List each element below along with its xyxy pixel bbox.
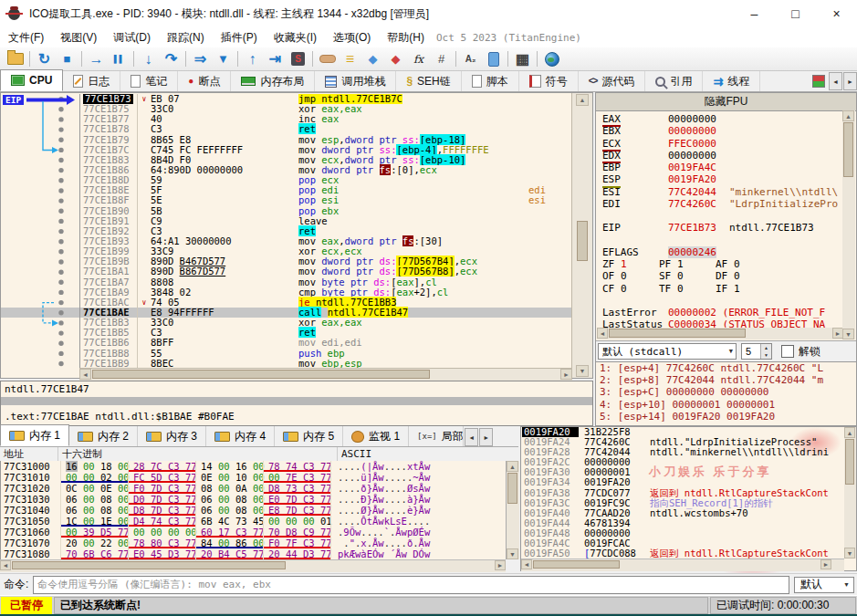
execute-till-return-button[interactable]: ▼ — [212, 49, 235, 69]
stack-row[interactable]: 0019FA50[77CDC088返回到 ntdll.RtlCaptureSta… — [522, 548, 843, 559]
dump-row[interactable]: 77C3108070 6B C6 77E0 45 D3 7720 B4 C5 7… — [1, 548, 506, 559]
stack-vscrollbar[interactable]: ▲ ▼ — [844, 427, 856, 559]
dump-tab-dump[interactable]: 内存 3 — [138, 426, 206, 446]
comment-button[interactable]: ≡ — [339, 49, 361, 69]
dump-row[interactable]: 77C3101000 00 02 00FC 5D C3 770E 00 10 0… — [1, 472, 506, 483]
tab-source[interactable]: <>源代码 — [579, 71, 646, 91]
tab-references[interactable]: 引用 — [645, 71, 703, 91]
tab-breakpoint[interactable]: ●断点 — [178, 71, 231, 91]
stack-row[interactable]: 0019FA340019FA20 — [522, 477, 843, 487]
pause-button[interactable]: ▌▌ — [108, 49, 131, 69]
stack-row[interactable]: 0019FA4800000000 — [522, 528, 843, 538]
stack-row[interactable]: 0019FA4077CAAD20ntdll.wcstombs+70 — [522, 508, 843, 518]
run-to-user-code-button[interactable]: ⇒ — [189, 49, 212, 69]
register-row[interactable]: LastError00000002 (ERROR_FILE_NOT_F — [602, 307, 843, 318]
menu-item-1[interactable]: 视图(V) — [52, 27, 105, 48]
tab-scroll-right-button[interactable]: ► — [843, 72, 857, 90]
register-row[interactable]: EIP77CE1B73ntdll.77CE1B73 — [602, 222, 843, 234]
register-row[interactable]: LastStatusC0000034 (STATUS_OBJECT_NA — [602, 318, 843, 328]
disasm-vscrollbar[interactable]: ▲ ▼ — [571, 93, 592, 378]
restart-button[interactable]: ↻ — [33, 49, 56, 69]
tab-call-stack[interactable]: 调用堆栈 — [315, 71, 396, 91]
stack-row[interactable]: 0019FA3000000001 — [522, 467, 843, 477]
register-row[interactable]: ZF 1PF 1AF 0 — [602, 258, 843, 270]
step-out-button[interactable]: ↑ — [241, 49, 264, 69]
skip-next-instruction-button[interactable]: S — [287, 49, 309, 69]
dump-tab-dump[interactable]: 内存 2 — [69, 426, 138, 446]
dump-tab-dump[interactable]: 内存 5 — [275, 426, 343, 446]
dump-tab-dump[interactable]: 内存 4 — [206, 426, 275, 446]
menu-item-5[interactable]: 收藏夹(I) — [266, 27, 325, 48]
spin-down-icon[interactable]: ▼ — [761, 351, 771, 359]
register-row[interactable]: OF 0SF 0DF 0 — [602, 270, 843, 282]
tab-script[interactable]: 脚本 — [462, 71, 519, 91]
arg-count-stepper[interactable]: 5 ▲▼ — [741, 343, 772, 360]
dump-tab-scroll-right-button[interactable]: ► — [479, 428, 493, 446]
dump-hscrollbar[interactable]: ◄ ► — [0, 559, 506, 572]
bookmark-button[interactable]: ◆ — [384, 49, 407, 69]
dump-tab-locals[interactable]: [x=]局部 — [409, 426, 464, 446]
tab-cpu[interactable]: CPU — [0, 69, 63, 91]
disasm-hscrollbar[interactable]: ◄ ► — [79, 368, 572, 381]
menu-item-4[interactable]: 插件(P) — [213, 27, 266, 48]
register-row[interactable]: ECXFFEC0000 — [602, 138, 843, 150]
run-button[interactable]: → — [85, 49, 108, 69]
stack-row[interactable]: 0019FA2C00000000 — [522, 457, 843, 467]
run-until-selection-button[interactable]: ⇥ — [264, 49, 287, 69]
register-row[interactable]: ESI77C42044"minkernel\\ntdll\ — [602, 186, 843, 198]
handles-button[interactable] — [482, 49, 505, 69]
stack-row[interactable]: 0019FA4446781394 — [522, 518, 843, 528]
command-profile-select[interactable]: 默认 ▼ — [794, 577, 854, 593]
close-button[interactable]: × — [816, 0, 857, 27]
minimize-button[interactable]: – — [734, 0, 775, 27]
step-over-button[interactable]: ↷ — [160, 49, 183, 69]
dump-row[interactable]: 77C3107020 00 22 0078 80 C3 7784 00 86 0… — [1, 538, 506, 548]
stack-row[interactable]: 0019FA3877CDC077返回到 ntdll.RtlCaptureStac… — [522, 488, 843, 498]
menu-item-2[interactable]: 调试(D) — [105, 27, 159, 48]
calculator-button[interactable]: ▦ — [511, 49, 534, 69]
call-argument-row[interactable]: 5: [esp+14] 0019FA20 0019FA20 — [596, 411, 856, 423]
register-row[interactable]: EFLAGS00000246 — [602, 246, 843, 258]
hide-fpu-button[interactable]: 隐藏FPU — [596, 93, 856, 111]
tab-memory-map[interactable]: 内存布局 — [231, 71, 315, 91]
function-button[interactable]: fx — [407, 49, 430, 69]
dump-row[interactable]: 77C310200C 00 0E 00F0 7D C3 7708 00 0A 0… — [1, 483, 506, 494]
unlock-checkbox[interactable] — [781, 345, 794, 358]
hash-button[interactable]: # — [430, 49, 453, 69]
dump-tab-watch[interactable]: 监视 1 — [343, 426, 409, 446]
call-argument-row[interactable]: 1: [esp+4] 77C4260C ntdll.77C4260C "L — [596, 362, 856, 374]
label-button[interactable]: ◆ — [361, 49, 384, 69]
calling-convention-select[interactable]: 默认 (stdcall) ▼ — [598, 343, 737, 360]
patch-button[interactable] — [316, 49, 339, 69]
trace-record-button[interactable]: A₂ — [459, 49, 482, 69]
step-into-button[interactable]: ↓ — [137, 49, 160, 69]
menu-item-6[interactable]: 选项(O) — [325, 27, 379, 48]
open-file-button[interactable] — [4, 49, 26, 69]
dump-row[interactable]: 77C3100016 00 18 0028 7C C3 7714 00 16 0… — [1, 461, 506, 472]
dump-vscrollbar[interactable]: ▲ ▼ — [506, 461, 519, 559]
stack-hscrollbar[interactable]: ◄ ► — [521, 559, 844, 571]
dump-tab-scroll-left-button[interactable]: ◄ — [465, 428, 478, 446]
call-argument-row[interactable]: 4: [esp+10] 00000001 00000001 — [596, 399, 856, 411]
stack-row[interactable]: 0019FA2877C42044ntdll."minkernel\\ntdll\… — [522, 447, 843, 457]
call-argument-row[interactable]: 2: [esp+8] 77C42044 ntdll.77C42044 "m — [596, 374, 856, 386]
settings-globe-button[interactable] — [540, 49, 563, 69]
tab-log[interactable]: 日志 — [63, 71, 120, 91]
tab-notes[interactable]: 笔记 — [120, 71, 178, 91]
tab-seh[interactable]: §SEH链 — [396, 71, 461, 91]
menu-item-0[interactable]: 文件(F) — [0, 27, 52, 48]
dump-row[interactable]: 77C3106000 39 D5 7700 00 00 0060 17 C3 7… — [1, 527, 506, 538]
register-row[interactable]: EBX00000000 — [602, 125, 843, 137]
tab-threads[interactable]: ⇉线程 — [703, 71, 760, 91]
call-argument-row[interactable]: 3: [esp+C] 00000000 00000000 — [596, 386, 856, 398]
register-row[interactable]: EDI77C4260C"LdrpInitializePro — [602, 198, 843, 210]
maximize-button[interactable]: □ — [775, 0, 816, 27]
spin-up-icon[interactable]: ▲ — [761, 344, 771, 351]
registers-vscrollbar[interactable]: ▲ ▼ — [842, 110, 855, 339]
menu-item-7[interactable]: 帮助(H) — [379, 27, 433, 48]
command-input[interactable] — [33, 576, 789, 594]
tab-scroll-left-button[interactable]: ◄ — [829, 72, 842, 90]
dump-row[interactable]: 77C310501C 00 1E 00D4 74 C3 776B 4C 73 4… — [1, 516, 506, 527]
register-row[interactable]: CF 0TF 0IF 1 — [602, 283, 843, 295]
register-row[interactable]: EDX00000000 — [602, 150, 843, 162]
